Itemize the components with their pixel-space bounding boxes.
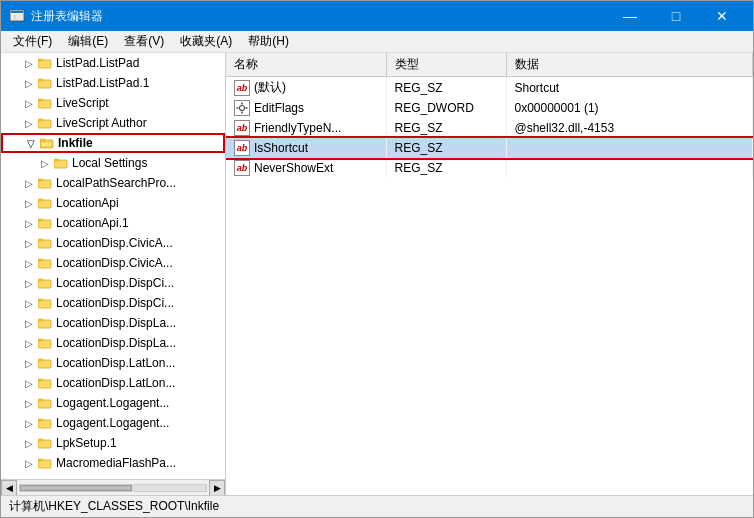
tree-item-localpathsearch[interactable]: ▷ LocalPathSearchPro... bbox=[1, 173, 225, 193]
tree-item-locationdisp1[interactable]: ▷ LocationDisp.CivicA... bbox=[1, 233, 225, 253]
menu-file[interactable]: 文件(F) bbox=[5, 31, 60, 52]
scroll-right-btn[interactable]: ▶ bbox=[209, 480, 225, 496]
expand-icon[interactable]: ▷ bbox=[21, 215, 37, 231]
expand-icon[interactable]: ▷ bbox=[21, 375, 37, 391]
tree-label: Logagent.Logagent... bbox=[56, 396, 169, 410]
svg-rect-34 bbox=[38, 319, 43, 321]
tree-label: LocalPathSearchPro... bbox=[56, 176, 176, 190]
status-bar: 计算机\HKEY_CLASSES_ROOT\Inkfile bbox=[1, 495, 753, 517]
expand-icon[interactable]: ▷ bbox=[21, 315, 37, 331]
row-name: FriendlyTypeN... bbox=[254, 121, 341, 135]
tree-item-listpad1[interactable]: ▷ ListPad.ListPad.1 bbox=[1, 73, 225, 93]
maximize-button[interactable]: □ bbox=[653, 1, 699, 31]
folder-icon-open bbox=[39, 135, 55, 151]
svg-rect-50 bbox=[241, 103, 243, 105]
expand-icon[interactable]: ▷ bbox=[21, 235, 37, 251]
folder-icon bbox=[37, 395, 53, 411]
tree-label: Inkfile bbox=[58, 136, 93, 150]
row-data-cell: Shortcut bbox=[506, 77, 753, 99]
table-row-highlighted[interactable]: ab IsShortcut REG_SZ bbox=[226, 138, 753, 158]
table-row[interactable]: ab (默认) REG_SZ Shortcut bbox=[226, 77, 753, 99]
row-name: NeverShowExt bbox=[254, 161, 333, 175]
tree-label: LiveScript bbox=[56, 96, 109, 110]
tree-label: LocationDisp.DispLa... bbox=[56, 336, 176, 350]
svg-rect-42 bbox=[38, 399, 43, 401]
expand-icon[interactable]: ▷ bbox=[21, 355, 37, 371]
expand-icon[interactable]: ▷ bbox=[21, 75, 37, 91]
tree-label: LocationDisp.CivicA... bbox=[56, 236, 173, 250]
expand-icon[interactable]: ▷ bbox=[21, 455, 37, 471]
tree-item-locationdisp4[interactable]: ▷ LocationDisp.DispCi... bbox=[1, 293, 225, 313]
reg-ab-icon: ab bbox=[234, 140, 250, 156]
tree-label: LocationApi.1 bbox=[56, 216, 129, 230]
expand-icon[interactable]: ▽ bbox=[23, 135, 39, 151]
expand-icon[interactable]: ▷ bbox=[21, 115, 37, 131]
table-row[interactable]: EditFlags REG_DWORD 0x00000001 (1) bbox=[226, 98, 753, 118]
menu-favorites[interactable]: 收藏夹(A) bbox=[172, 31, 240, 52]
folder-icon bbox=[37, 415, 53, 431]
folder-icon bbox=[37, 235, 53, 251]
scroll-left-btn[interactable]: ◀ bbox=[1, 480, 17, 496]
minimize-button[interactable]: — bbox=[607, 1, 653, 31]
expand-icon[interactable]: ▷ bbox=[21, 275, 37, 291]
tree-item-logagent2[interactable]: ▷ Logagent.Logagent... bbox=[1, 413, 225, 433]
folder-icon bbox=[37, 295, 53, 311]
registry-table: 名称 类型 数据 ab (默认) bbox=[226, 53, 753, 178]
col-header-type: 类型 bbox=[386, 53, 506, 77]
menu-help[interactable]: 帮助(H) bbox=[240, 31, 297, 52]
tree-item-locationdisp3[interactable]: ▷ LocationDisp.DispCi... bbox=[1, 273, 225, 293]
tree-label: ListPad.ListPad bbox=[56, 56, 139, 70]
tree-item-lpksetup[interactable]: ▷ LpkSetup.1 bbox=[1, 433, 225, 453]
tree-item-locationdisp6[interactable]: ▷ LocationDisp.DispLa... bbox=[1, 333, 225, 353]
tree-item-locationapi1[interactable]: ▷ LocationApi.1 bbox=[1, 213, 225, 233]
row-name-cell: ab FriendlyTypeN... bbox=[226, 118, 386, 138]
folder-icon bbox=[37, 195, 53, 211]
svg-rect-46 bbox=[38, 439, 43, 441]
tree-label: MacromediaFlashPa... bbox=[56, 456, 176, 470]
tree-panel[interactable]: ▷ ListPad.ListPad ▷ bbox=[1, 53, 226, 479]
folder-icon bbox=[37, 55, 53, 71]
table-row[interactable]: ab FriendlyTypeN... REG_SZ @shell32.dll,… bbox=[226, 118, 753, 138]
scroll-track[interactable] bbox=[19, 484, 207, 492]
tree-item-locationlatlon2[interactable]: ▷ LocationDisp.LatLon... bbox=[1, 373, 225, 393]
menu-edit[interactable]: 编辑(E) bbox=[60, 31, 116, 52]
svg-rect-51 bbox=[241, 112, 243, 114]
tree-hscrollbar[interactable]: ◀ ▶ bbox=[1, 479, 226, 495]
tree-label: Local Settings bbox=[72, 156, 147, 170]
row-type-cell: REG_SZ bbox=[386, 118, 506, 138]
expand-icon[interactable]: ▷ bbox=[21, 295, 37, 311]
expand-icon[interactable]: ▷ bbox=[21, 395, 37, 411]
expand-icon[interactable]: ▷ bbox=[21, 255, 37, 271]
folder-icon bbox=[37, 215, 53, 231]
window-controls: — □ ✕ bbox=[607, 1, 745, 31]
content-wrapper: ▷ ListPad.ListPad ▷ bbox=[1, 53, 753, 495]
expand-icon[interactable]: ▷ bbox=[21, 55, 37, 71]
tree-item-localsettings[interactable]: ▷ Local Settings bbox=[1, 153, 225, 173]
tree-item-locationlatlon1[interactable]: ▷ LocationDisp.LatLon... bbox=[1, 353, 225, 373]
expand-icon[interactable]: ▷ bbox=[21, 95, 37, 111]
expand-icon[interactable]: ▷ bbox=[21, 435, 37, 451]
table-row[interactable]: ab NeverShowExt REG_SZ bbox=[226, 158, 753, 178]
expand-icon[interactable]: ▷ bbox=[21, 175, 37, 191]
svg-rect-9 bbox=[38, 79, 43, 81]
scroll-thumb bbox=[20, 485, 132, 491]
expand-icon[interactable]: ▷ bbox=[37, 155, 53, 171]
tree-item-listpad[interactable]: ▷ ListPad.ListPad bbox=[1, 53, 225, 73]
tree-item-logagent1[interactable]: ▷ Logagent.Logagent... bbox=[1, 393, 225, 413]
svg-rect-38 bbox=[38, 359, 43, 361]
tree-item-locationdisp5[interactable]: ▷ LocationDisp.DispLa... bbox=[1, 313, 225, 333]
svg-rect-7 bbox=[38, 59, 43, 61]
menu-view[interactable]: 查看(V) bbox=[116, 31, 172, 52]
tree-item-livescriptauthor[interactable]: ▷ LiveScript Author bbox=[1, 113, 225, 133]
tree-item-macromedia[interactable]: ▷ MacromediaFlashPa... bbox=[1, 453, 225, 473]
folder-icon bbox=[37, 175, 53, 191]
close-button[interactable]: ✕ bbox=[699, 1, 745, 31]
expand-icon[interactable]: ▷ bbox=[21, 415, 37, 431]
expand-icon[interactable]: ▷ bbox=[21, 335, 37, 351]
tree-item-livescript[interactable]: ▷ LiveScript bbox=[1, 93, 225, 113]
tree-item-locationapi[interactable]: ▷ LocationApi bbox=[1, 193, 225, 213]
expand-icon[interactable]: ▷ bbox=[21, 195, 37, 211]
tree-item-locationdisp2[interactable]: ▷ LocationDisp.CivicA... bbox=[1, 253, 225, 273]
tree-label: ListPad.ListPad.1 bbox=[56, 76, 149, 90]
tree-item-inkfile[interactable]: ▽ Inkfile bbox=[1, 133, 225, 153]
